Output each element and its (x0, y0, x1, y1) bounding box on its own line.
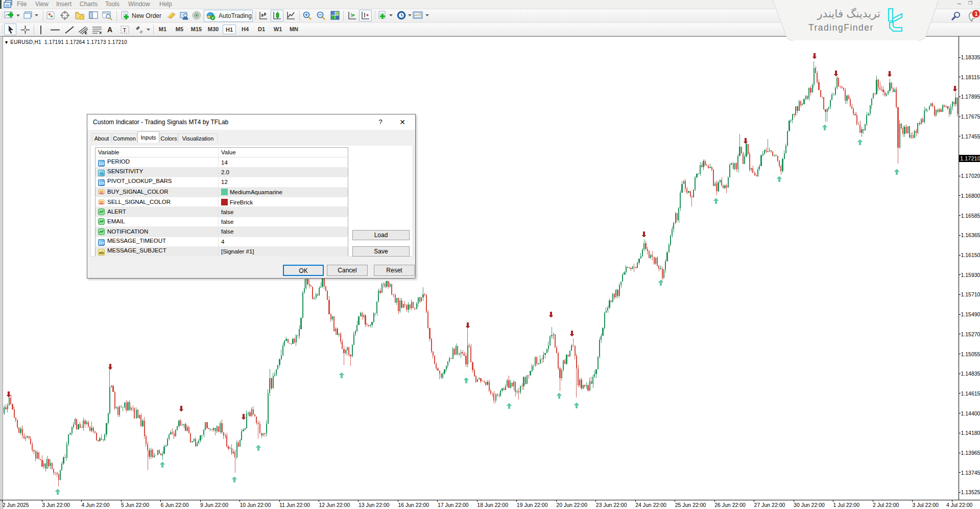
svg-text:5 Jun 22:00: 5 Jun 22:00 (121, 502, 149, 508)
svg-text:1.15270: 1.15270 (961, 331, 980, 337)
svg-text:18 Jun 22:00: 18 Jun 22:00 (477, 502, 508, 508)
svg-text:1.13525: 1.13525 (961, 489, 980, 495)
svg-text:E: E (85, 31, 87, 35)
svg-text:12 Jun 22:00: 12 Jun 22:00 (319, 502, 350, 508)
svg-text:13 Jun 22:00: 13 Jun 22:00 (358, 502, 390, 508)
svg-text:1.16800: 1.16800 (961, 193, 980, 199)
svg-text:23 Jun 22:00: 23 Jun 22:00 (596, 502, 627, 508)
svg-text:3 Jun 22:00: 3 Jun 22:00 (42, 502, 70, 508)
svg-text:26 Jun 22:00: 26 Jun 22:00 (714, 502, 746, 508)
svg-text:1: 1 (975, 11, 978, 17)
svg-text:1.15055: 1.15055 (961, 351, 980, 357)
svg-text:F: F (100, 31, 102, 35)
svg-text:1.14615: 1.14615 (961, 390, 980, 397)
svg-text:2 Jul 22:00: 2 Jul 22:00 (873, 502, 899, 508)
svg-text:1.16365: 1.16365 (961, 232, 980, 238)
svg-text:1.17675: 1.17675 (961, 113, 980, 120)
svg-text:1.13965: 1.13965 (961, 450, 980, 456)
svg-text:1.14835: 1.14835 (961, 371, 980, 377)
svg-text:30 Jun 22:00: 30 Jun 22:00 (794, 502, 825, 508)
svg-text:4 Jul 22:00: 4 Jul 22:00 (946, 502, 973, 508)
svg-text:1.16585: 1.16585 (961, 213, 980, 219)
svg-text:19 Jun 22:00: 19 Jun 22:00 (517, 502, 548, 508)
svg-text:1.18115: 1.18115 (961, 74, 980, 80)
svg-text:20 Jun 22:00: 20 Jun 22:00 (556, 502, 587, 508)
svg-text:1 Jul 22:00: 1 Jul 22:00 (833, 502, 860, 508)
svg-text:1.15930: 1.15930 (961, 272, 980, 278)
svg-text:1.13745: 1.13745 (961, 470, 980, 476)
svg-text:17 Jun 22:00: 17 Jun 22:00 (438, 502, 469, 508)
svg-text:24 Jun 22:00: 24 Jun 22:00 (635, 502, 666, 508)
svg-text:1.18335: 1.18335 (961, 54, 980, 60)
svg-text:1.17455: 1.17455 (961, 133, 980, 140)
svg-text:1.14180: 1.14180 (961, 430, 980, 436)
svg-text:27 Jun 22:00: 27 Jun 22:00 (754, 502, 785, 508)
svg-text:1.16150: 1.16150 (961, 252, 980, 258)
svg-text:1.17020: 1.17020 (961, 173, 980, 179)
svg-text:2 Jun 2025: 2 Jun 2025 (3, 502, 29, 508)
svg-text:4 Jun 22:00: 4 Jun 22:00 (82, 502, 110, 508)
svg-text:1.15490: 1.15490 (961, 311, 980, 317)
svg-text:11 Jun 22:00: 11 Jun 22:00 (279, 502, 310, 508)
svg-text:10 Jun 22:00: 10 Jun 22:00 (240, 502, 271, 508)
svg-text:3 Jul 22:00: 3 Jul 22:00 (913, 502, 939, 508)
svg-text:1.17895: 1.17895 (961, 94, 980, 100)
svg-text:6 Jun 22:00: 6 Jun 22:00 (161, 502, 189, 508)
svg-text:T: T (123, 27, 127, 33)
svg-text:25 Jun 22:00: 25 Jun 22:00 (675, 502, 706, 508)
svg-text:1.14400: 1.14400 (961, 410, 980, 417)
svg-text:16 Jun 22:00: 16 Jun 22:00 (398, 502, 429, 508)
svg-text:1.15710: 1.15710 (961, 291, 980, 297)
svg-text:9 Jun 22:00: 9 Jun 22:00 (200, 502, 228, 508)
